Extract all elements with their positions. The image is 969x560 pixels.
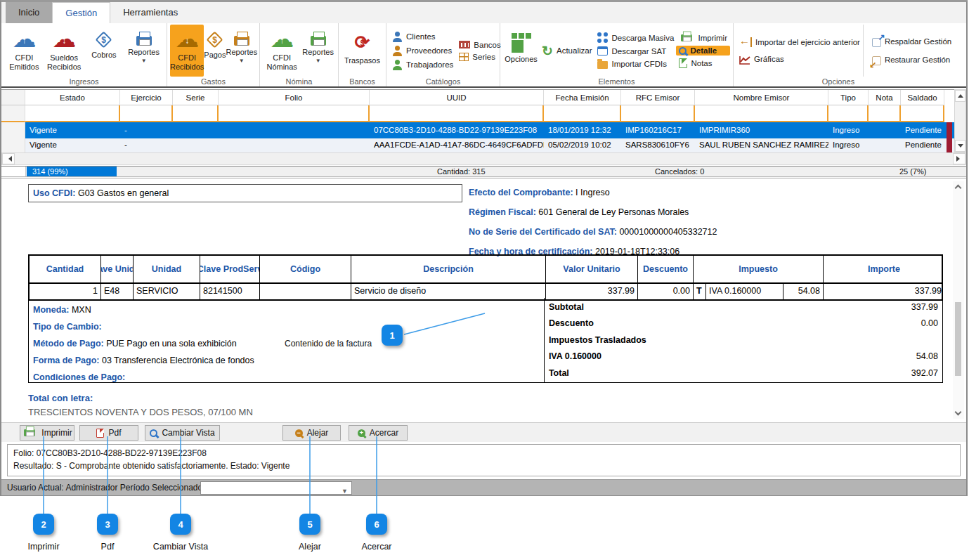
traspasos-button[interactable]: Traspasos <box>342 25 383 77</box>
price-tag-icon <box>207 31 223 48</box>
detail-toolbar: Imprimir Pdf Cambiar Vista Alejar Acerca… <box>1 422 966 442</box>
graficas-item[interactable]: Gráficas <box>736 53 863 65</box>
detalle-item[interactable]: Detalle <box>676 46 730 56</box>
group-label-nomina: Nómina <box>260 77 338 86</box>
cobros-button[interactable]: Cobros <box>84 25 124 77</box>
scroll-down-button[interactable] <box>955 140 965 152</box>
ribbon-tabstrip: Inicio Gestión Herramientas <box>1 2 966 23</box>
dropdown-arrow-icon: ▼ <box>316 58 321 65</box>
periodo-dropdown[interactable]: ▼ <box>200 481 352 495</box>
printer-icon <box>311 36 326 46</box>
importar-ejercicio-anterior-item[interactable]: Importar del ejercicio anterior <box>736 37 863 48</box>
scroll-up-button[interactable] <box>955 90 965 102</box>
proveedores-item[interactable]: Proveedores <box>389 45 456 57</box>
invoice-detail-panel: Uso CFDI: G03 Gastos en general Efecto d… <box>1 178 966 422</box>
series-item[interactable]: Series <box>456 52 497 62</box>
result-estado: Resultado: S - Comprobante obtenido sati… <box>13 460 954 472</box>
callout-4: 4 <box>170 514 191 535</box>
column-header-ejercicio[interactable]: Ejercicio <box>120 90 173 105</box>
filter-cell[interactable] <box>695 105 828 122</box>
tab-inicio[interactable]: Inicio <box>6 2 52 23</box>
cfdi-recibidos-button[interactable]: CFDI Recibidos <box>170 25 204 77</box>
filter-cell[interactable] <box>544 105 621 122</box>
column-header-serie[interactable]: Serie <box>173 90 219 105</box>
tab-herramientas[interactable]: Herramientas <box>110 2 190 23</box>
scroll-up-icon[interactable] <box>955 185 962 192</box>
importar-cfdis-item[interactable]: Importar CFDIs <box>594 58 676 70</box>
group-label-ingresos: Ingresos <box>1 77 167 86</box>
imprimir-item[interactable]: Imprimir <box>676 32 730 44</box>
reportes-ingresos-button[interactable]: Reportes ▼ <box>124 25 164 77</box>
clientes-item[interactable]: Clientes <box>389 31 456 43</box>
grid-filter-row <box>1 105 954 122</box>
filter-cell[interactable] <box>901 105 944 122</box>
ribbon-group-elementos: Opciones Actualizar Descarga Masiva <box>500 23 734 86</box>
grid-horizontal-scrollbar[interactable] <box>1 152 966 165</box>
descargar-sat-item[interactable]: Descargar SAT <box>594 46 676 56</box>
bulk-download-icon <box>597 32 608 43</box>
cfdi-emitidos-button[interactable]: CFDI Emitidos <box>4 25 44 77</box>
descarga-masiva-item[interactable]: Descarga Masiva <box>594 32 676 44</box>
filter-cell[interactable] <box>869 105 901 122</box>
filter-cell[interactable] <box>219 105 370 122</box>
detail-scrollbar[interactable] <box>953 181 964 419</box>
filter-cell[interactable] <box>173 105 219 122</box>
imprimir-button[interactable]: Imprimir <box>20 425 74 441</box>
backup-icon <box>872 38 881 47</box>
column-header-tipo[interactable]: Tipo <box>828 90 869 105</box>
invoice-lower-section: Moneda: MXN Tipo de Cambio: Método de Pa… <box>28 298 943 383</box>
pdf-button[interactable]: Pdf <box>79 425 138 441</box>
grid-row[interactable]: Vigente - AAA1FCDE-A1AD-41A7-86DC-4649CF… <box>1 138 954 152</box>
reportes-nomina-button[interactable]: Reportes ▼ <box>301 25 335 77</box>
grid-vertical-scrollbar[interactable] <box>954 89 966 152</box>
column-header-saldado[interactable]: Saldado <box>901 90 944 105</box>
filter-cell[interactable] <box>25 105 120 122</box>
opciones-button[interactable]: Opciones <box>503 25 539 77</box>
column-header-nota[interactable]: Nota <box>869 90 901 105</box>
acercar-button[interactable]: Acercar <box>349 425 408 441</box>
filter-cell[interactable] <box>120 105 173 122</box>
filter-cell[interactable] <box>621 105 695 122</box>
import-previous-icon <box>739 37 752 47</box>
callout-4-label: Cambiar Vista <box>131 542 230 552</box>
filter-cell[interactable] <box>828 105 869 122</box>
scroll-down-icon[interactable] <box>955 409 962 416</box>
column-header-uuid[interactable]: UUID <box>370 90 544 105</box>
restaurar-gestion-item[interactable]: Restaurar Gestión <box>869 53 954 66</box>
column-header-fecha-emision[interactable]: Fecha Emisión <box>544 90 621 105</box>
total-con-letra-value: TRESCIENTOS NOVENTA Y DOS PESOS, 07/100 … <box>28 407 253 417</box>
reportes-gastos-button[interactable]: Reportes ▼ <box>226 25 258 77</box>
bancos-item[interactable]: Bancos <box>456 40 497 50</box>
actualizar-item[interactable]: Actualizar <box>539 42 594 60</box>
cantidad-total: Cantidad: 315 <box>437 167 486 176</box>
note-icon <box>679 58 687 68</box>
column-header-rfc-emisor[interactable]: RFC Emisor <box>621 90 695 105</box>
scrollbar-thumb[interactable] <box>955 302 961 376</box>
scroll-left-button[interactable] <box>2 153 15 164</box>
column-header-nombre-emisor[interactable]: Nombre Emisor <box>695 90 828 105</box>
group-label-opciones: Opciones <box>734 77 943 86</box>
cfdi-nominas-button[interactable]: CFDI Nóminas <box>263 25 301 77</box>
scroll-right-button[interactable] <box>953 153 965 164</box>
price-tag-icon <box>96 31 112 48</box>
result-box: Folio: 07CC80B3-2D10-4288-BD22-97139E223… <box>7 444 961 476</box>
pagos-button[interactable]: Pagos <box>204 25 226 77</box>
row-status-indicator <box>947 122 952 138</box>
result-folio: Folio: 07CC80B3-2D10-4288-BD22-97139E223… <box>13 447 954 460</box>
column-header-estado[interactable]: Estado <box>25 90 120 105</box>
cfdi-grid: Estado Ejercicio Serie Folio UUID Fecha … <box>1 89 966 152</box>
callout-5: 5 <box>299 514 320 535</box>
cambiar-vista-button[interactable]: Cambiar Vista <box>145 425 220 441</box>
trabajadores-item[interactable]: Trabajadores <box>389 59 456 71</box>
column-header-folio[interactable]: Folio <box>219 90 370 105</box>
dropdown-arrow-icon: ▼ <box>141 58 147 65</box>
alejar-button[interactable]: Alejar <box>282 425 341 441</box>
notas-item[interactable]: Notas <box>676 58 730 69</box>
callout-2: 2 <box>33 514 54 535</box>
ribbon-group-ingresos: CFDI Emitidos Sueldos Recibidos Cobros R… <box>1 23 167 86</box>
respaldar-gestion-item[interactable]: Respaldar Gestión <box>869 35 954 48</box>
grid-row-selected[interactable]: Vigente - 07CC80B3-2D10-4288-BD22-97139E… <box>1 122 954 138</box>
sueldos-recibidos-button[interactable]: Sueldos Recibidos <box>44 25 84 77</box>
filter-cell[interactable] <box>370 105 544 122</box>
tab-gestion[interactable]: Gestión <box>52 2 110 23</box>
